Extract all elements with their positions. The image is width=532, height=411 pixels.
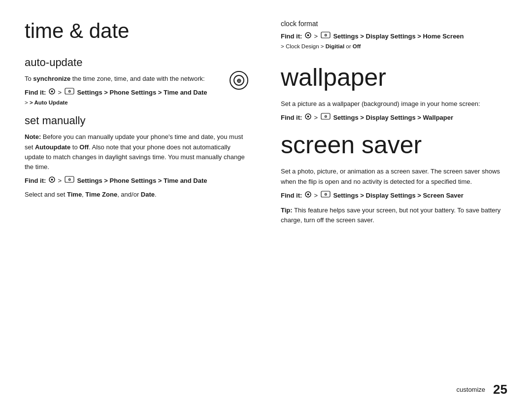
footer: customize 25: [457, 382, 507, 397]
svg-text:⚙: ⚙: [324, 193, 327, 196]
screen-saver-section: screen saver Set a photo, picture, or an…: [281, 132, 507, 225]
svg-point-11: [307, 34, 309, 36]
svg-text:⚙: ⚙: [324, 115, 327, 118]
clock-find-path: Settings > Display Settings > Home Scree…: [332, 32, 464, 41]
svg-text:⚙: ⚙: [68, 90, 71, 93]
svg-text:⚙: ⚙: [68, 178, 71, 181]
nav-dot-icon-5: [305, 191, 311, 198]
settings-icon-3: ⚙: [321, 32, 331, 38]
set-manually-section: set manually Note: Before you can manual…: [25, 114, 251, 200]
wallpaper-title: wallpaper: [281, 64, 507, 91]
find-it-arrow1: >: [56, 88, 64, 98]
svg-point-3: [51, 91, 53, 93]
find-it-arrow2: >: [56, 176, 64, 186]
nav-dot-icon-3: [305, 32, 311, 38]
clock-format-find-it: Find it: > ⚙ Settings > Display Settings…: [281, 32, 507, 41]
screen-saver-find-it: Find it: > ⚙ Settings > Display Settings…: [281, 191, 507, 201]
auto-update-indent: > > Auto Update: [25, 100, 251, 105]
left-column: time & date auto-update To synchronize t…: [25, 20, 271, 391]
svg-point-15: [307, 116, 309, 118]
footer-label: customize: [457, 386, 486, 393]
wallpaper-find-path: Settings > Display Settings > Wallpaper: [332, 113, 453, 123]
wallpaper-find-it: Find it: > ⚙ Settings > Display Settings…: [281, 113, 507, 123]
select-set-text: Select and set Time, Time Zone, and/or D…: [25, 190, 251, 200]
auto-update-section: auto-update To synchronize the time zone…: [25, 56, 251, 105]
auto-update-body: To synchronize the time zone, time, and …: [25, 74, 251, 84]
set-manually-title: set manually: [25, 114, 251, 127]
svg-text:⊕: ⊕: [236, 77, 241, 84]
settings-icon-2: ⚙: [65, 176, 74, 183]
nav-dot-icon: [49, 88, 55, 95]
wallpaper-section: wallpaper Set a picture as a wallpaper (…: [281, 64, 507, 123]
find-it-label: Find it:: [25, 88, 48, 98]
set-manually-find-it: Find it: > ⚙ Settings > Phone Settings >…: [25, 176, 251, 186]
screen-saver-body: Set a photo, picture, or animation as a …: [281, 167, 507, 186]
page-container: time & date auto-update To synchronize t…: [0, 0, 532, 411]
settings-icon-5: ⚙: [321, 191, 331, 198]
svg-point-19: [307, 193, 309, 195]
screen-saver-find-path: Settings > Display Settings > Screen Sav…: [332, 191, 464, 201]
svg-text:⚙: ⚙: [324, 34, 327, 37]
screen-saver-title: screen saver: [281, 132, 507, 159]
page-title: time & date: [25, 20, 251, 42]
wallpaper-body: Set a picture as a wallpaper (background…: [281, 99, 507, 109]
set-manually-note: Note: Before you can manually update you…: [25, 132, 251, 172]
auto-update-find-it: Find it: > ⚙ Settings > Phone Settings >…: [25, 88, 251, 98]
clock-format-title: clock format: [281, 20, 507, 28]
find-it-path-1: Settings > Phone Settings > Time and Dat…: [75, 88, 207, 98]
right-column: clock format Find it: > ⚙ Settings > Dis…: [271, 20, 507, 391]
footer-page-number: 25: [493, 382, 507, 397]
clock-format-section: clock format Find it: > ⚙ Settings > Dis…: [281, 20, 507, 49]
clock-format-indent: > Clock Design > Digitial or Off: [281, 43, 507, 49]
find-it-path-2: Settings > Phone Settings > Time and Dat…: [75, 176, 207, 186]
nav-dot-icon-2: [49, 176, 55, 183]
sync-icon: ⊕: [230, 71, 248, 90]
settings-icon: ⚙: [65, 88, 74, 95]
settings-icon-4: ⚙: [321, 113, 331, 120]
find-it-label-2: Find it:: [25, 176, 48, 186]
svg-point-7: [51, 179, 53, 181]
nav-dot-icon-4: [305, 113, 311, 120]
auto-update-title: auto-update: [25, 56, 251, 69]
screen-saver-tip: Tip: This feature helps save your screen…: [281, 206, 507, 225]
